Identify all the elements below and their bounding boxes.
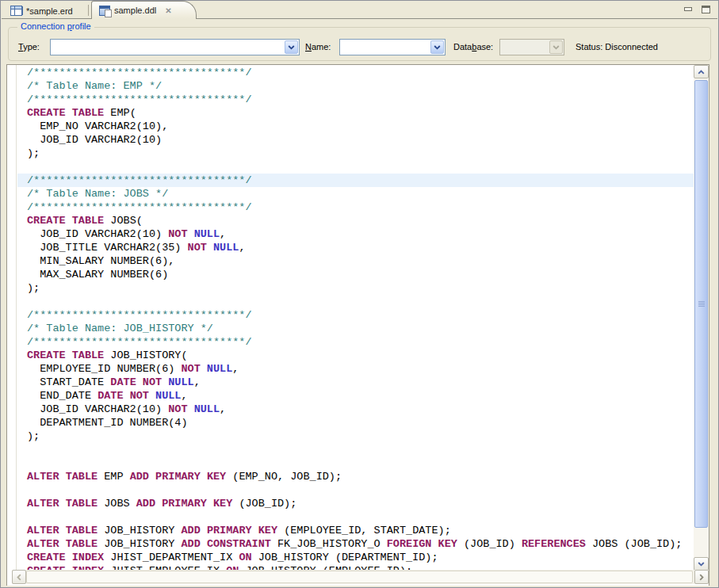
type-label: Type: <box>18 42 40 52</box>
tab-bar: *sample.erd sample.ddl ✕ <box>2 1 717 19</box>
code-line[interactable]: DEPARTMENT_ID NUMBER(4) <box>17 416 694 430</box>
title-text: Connection <box>21 21 67 31</box>
status-label: Status: <box>576 42 602 52</box>
code-line[interactable]: /*********************************/ <box>17 308 694 322</box>
code-line[interactable]: /* Table Name: EMP */ <box>17 79 694 93</box>
code-line[interactable]: ALTER TABLE JOB_HISTORY ADD PRIMARY KEY … <box>17 524 694 537</box>
code-line[interactable]: JOB_TITLE VARCHAR2(35) NOT NULL, <box>17 241 694 254</box>
code-line[interactable]: JOB_ID VARCHAR2(10) NOT NULL, <box>17 227 694 241</box>
code-line[interactable]: JOB_ID VARCHAR2(10) NOT NULL, <box>17 403 694 416</box>
vertical-scroll-track[interactable] <box>694 78 709 557</box>
type-label-text: ype: <box>23 42 40 52</box>
code-line[interactable]: END_DATE DATE NOT NULL, <box>17 389 694 403</box>
name-combo[interactable] <box>339 39 446 55</box>
code-line[interactable]: ); <box>17 430 694 443</box>
chevron-up-icon <box>698 70 705 74</box>
status-value: Disconnected <box>605 42 658 52</box>
database-label-text: ase: <box>476 42 493 52</box>
code-line[interactable]: ALTER TABLE JOB_HISTORY ADD CONSTRAINT F… <box>17 537 694 551</box>
code-line[interactable] <box>17 483 694 497</box>
code-line[interactable]: /*********************************/ <box>17 335 694 349</box>
code-line[interactable]: CREATE TABLE JOB_HISTORY( <box>17 349 694 362</box>
tab-sample-ddl[interactable]: sample.ddl ✕ <box>91 1 197 19</box>
code-line[interactable]: ALTER TABLE EMP ADD PRIMARY KEY (EMP_NO,… <box>17 470 694 483</box>
tab-label: sample.ddl <box>114 6 156 15</box>
code-line[interactable]: JOB_ID VARCHAR2(10) <box>17 133 694 147</box>
status-text: Status: Disconnected <box>576 42 658 52</box>
type-combo[interactable] <box>50 39 300 55</box>
code-line[interactable]: /* Table Name: JOB_HISTORY */ <box>17 322 694 335</box>
maximize-icon <box>702 6 710 13</box>
tab-label: *sample.erd <box>26 6 73 16</box>
annotation-ruler <box>7 65 17 571</box>
title-text: rofile <box>72 21 91 31</box>
horizontal-scroll-track[interactable] <box>26 570 694 584</box>
code-line[interactable]: /*********************************/ <box>17 93 694 106</box>
code-line[interactable]: CREATE TABLE JOBS( <box>17 214 694 227</box>
vertical-scrollbar-thumb[interactable] <box>694 80 708 528</box>
chevron-down-icon <box>288 45 295 50</box>
name-combo-button[interactable] <box>430 40 444 54</box>
chevron-left-icon <box>17 574 21 581</box>
ddl-editor-window: *sample.erd sample.ddl ✕ Connection prof… <box>0 0 719 588</box>
database-combo <box>499 39 564 55</box>
type-combo-button[interactable] <box>285 40 298 54</box>
scroll-up-button[interactable] <box>694 65 709 78</box>
scrollbar-grip-icon <box>698 301 705 302</box>
name-label-mnemonic: N <box>305 42 312 52</box>
groupbox-title: Connection profile <box>17 21 94 31</box>
tab-divider <box>88 5 89 16</box>
chevron-down-icon <box>434 45 441 50</box>
code-line[interactable]: ); <box>17 281 694 295</box>
view-controls <box>683 4 711 14</box>
database-label: Database: <box>453 42 493 52</box>
code-line[interactable]: /*********************************/ <box>17 66 694 79</box>
code-line[interactable]: MIN_SALARY NUMBER(6), <box>17 254 694 268</box>
maximize-button[interactable] <box>700 4 711 14</box>
scroll-right-button[interactable] <box>694 570 709 584</box>
close-icon[interactable]: ✕ <box>165 6 171 15</box>
code-line[interactable]: CREATE INDEX JHIST_DEPARTMENT_IX ON JOB_… <box>17 551 694 564</box>
editor-area: /*********************************//* Ta… <box>6 64 709 586</box>
connection-profile-groupbox: Connection profile Type: Name: Database: <box>8 27 711 61</box>
code-line[interactable] <box>17 456 694 470</box>
scroll-left-button[interactable] <box>12 570 26 584</box>
code-editor[interactable]: /*********************************//* Ta… <box>17 65 694 571</box>
code-line[interactable] <box>17 160 694 174</box>
tab-sample-erd[interactable]: *sample.erd <box>4 2 79 19</box>
code-line[interactable]: ALTER TABLE JOBS ADD PRIMARY KEY (JOB_ID… <box>17 497 694 510</box>
code-line[interactable]: /*********************************/ <box>17 200 694 214</box>
chevron-down-icon <box>698 562 705 567</box>
ddl-file-icon <box>99 6 110 16</box>
chevron-down-icon <box>553 45 560 50</box>
name-label: Name: <box>305 42 331 52</box>
code-line[interactable]: CREATE TABLE EMP( <box>17 106 694 120</box>
horizontal-scrollbar[interactable] <box>12 570 709 584</box>
code-line[interactable]: MAX_SALARY NUMBER(6) <box>17 268 694 281</box>
vertical-scrollbar[interactable] <box>694 65 709 571</box>
code-line[interactable]: EMPLOYEE_ID NUMBER(6) NOT NULL, <box>17 362 694 376</box>
connection-profile-panel: Connection profile Type: Name: Database: <box>2 20 717 64</box>
horizontal-scrollbar-thumb[interactable] <box>26 571 693 583</box>
code-line[interactable] <box>17 295 694 308</box>
scroll-down-button[interactable] <box>694 557 709 571</box>
table-icon <box>10 6 22 16</box>
database-label-text: Data <box>453 42 472 52</box>
database-combo-button <box>549 40 563 54</box>
code-line[interactable]: ); <box>17 147 694 160</box>
chevron-right-icon <box>699 574 704 581</box>
code-line[interactable]: /*********************************/ <box>17 174 694 187</box>
code-line[interactable]: EMP_NO VARCHAR2(10), <box>17 120 694 133</box>
minimize-icon <box>684 7 692 11</box>
code-line[interactable]: /* Table Name: JOBS */ <box>17 187 694 200</box>
minimize-button[interactable] <box>683 4 694 14</box>
code-line[interactable] <box>17 510 694 524</box>
name-label-text: ame: <box>312 42 331 52</box>
code-line[interactable] <box>17 443 694 456</box>
code-line[interactable]: START_DATE DATE NOT NULL, <box>17 376 694 389</box>
